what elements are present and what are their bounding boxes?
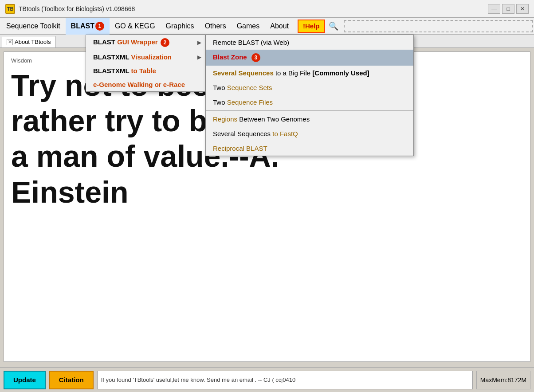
dotted-area [344, 20, 533, 32]
blast-zone-item[interactable]: Blast Zone 3 [206, 50, 413, 66]
menu-bar: Sequence Toolkit BLAST 1 GO & KEGG Graph… [0, 18, 534, 35]
blast-badge: 1 [95, 22, 104, 31]
help-button[interactable]: !Help [298, 20, 325, 33]
e-genome-walking-item[interactable]: e-Genome Walking or e-Race [86, 78, 205, 91]
menu-sequence-toolkit[interactable]: Sequence Toolkit [1, 18, 66, 35]
blastxml-to-table-item[interactable]: BLASTXML to Table [86, 64, 205, 78]
window-controls: — □ ✕ [488, 4, 529, 14]
blast-dropdown: BLAST GUI Wrapper 2 ▶ BLASTXML Visualiza… [86, 35, 205, 92]
remote-blast-item[interactable]: Remote BLAST (via Web) [206, 35, 413, 50]
app-icon: TB [5, 4, 15, 14]
menu-graphics[interactable]: Graphics [161, 18, 200, 35]
several-sequences-big-file-item[interactable]: Several Sequences to a Big File [Commonl… [206, 66, 413, 80]
title-bar: TB TBtools (Toolbox for Biologists) v1.0… [0, 0, 534, 18]
search-icon[interactable]: 🔍 [327, 20, 340, 33]
title-text: TBtools (Toolbox for Biologists) v1.0986… [19, 5, 135, 12]
reciprocal-blast-item[interactable]: Reciprocal BLAST [206, 141, 413, 156]
citation-button[interactable]: Citation [49, 371, 94, 389]
two-sequence-files-item[interactable]: Two Sequence Files [206, 95, 413, 110]
close-button[interactable]: ✕ [516, 4, 529, 14]
blastxml-visualization-item[interactable]: BLASTXML Visualization ▶ [86, 50, 205, 64]
update-button[interactable]: Update [4, 371, 46, 389]
two-sequence-sets-item[interactable]: Two Sequence Sets [206, 80, 413, 95]
menu-go-kegg[interactable]: GO & KEGG [110, 18, 161, 35]
title-bar-left: TB TBtools (Toolbox for Biologists) v1.0… [5, 4, 135, 14]
regions-between-two-genomes-item[interactable]: Regions Between Two Genomes [206, 112, 413, 126]
menu-games[interactable]: Games [232, 18, 265, 35]
tab-close-icon[interactable]: ✕ [7, 39, 13, 45]
gui-wrapper-badge: 2 [161, 38, 169, 47]
several-sequences-fastq-item[interactable]: Several Sequences to FastQ [206, 126, 413, 141]
blast-gui-wrapper-item[interactable]: BLAST GUI Wrapper 2 ▶ [86, 35, 205, 50]
blast-zone-badge: 3 [251, 53, 260, 62]
blast-sub-dropdown: Remote BLAST (via Web) Blast Zone 3 Seve… [205, 35, 414, 156]
minimize-button[interactable]: — [488, 4, 500, 14]
menu-about[interactable]: About [265, 18, 294, 35]
sub-divider [206, 110, 413, 111]
maximize-button[interactable]: □ [502, 4, 514, 14]
menu-others[interactable]: Others [200, 18, 232, 35]
status-bar: Update Citation If you found 'TBtools' u… [0, 367, 534, 392]
tab-about-tbtools[interactable]: ✕ About TBtools [2, 36, 55, 47]
tab-label: About TBtools [15, 39, 51, 45]
status-message: If you found 'TBtools' useful,let me kno… [97, 371, 473, 389]
menu-blast[interactable]: BLAST 1 [66, 18, 110, 35]
max-mem: MaxMem:8172M [476, 371, 530, 389]
